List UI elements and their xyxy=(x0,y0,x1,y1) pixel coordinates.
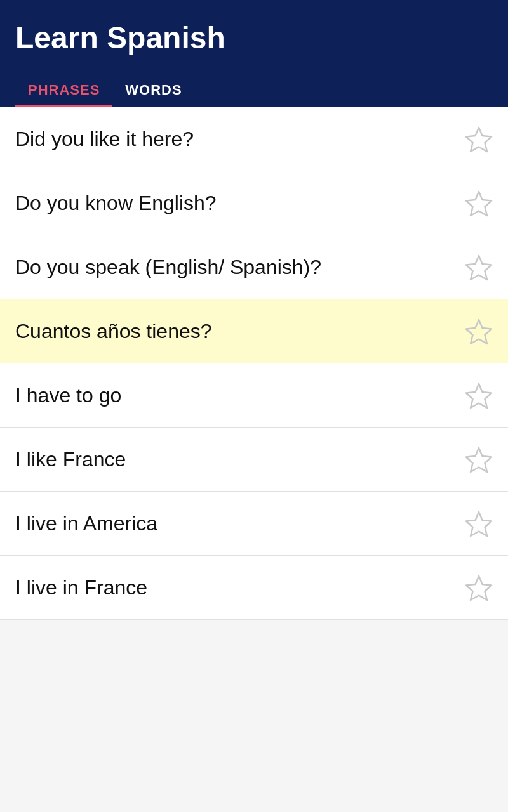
phrase-text: Cuantos años tienes? xyxy=(15,320,212,343)
tab-phrases[interactable]: PHRASES xyxy=(15,73,112,107)
phrase-text: I live in America xyxy=(15,512,157,535)
tab-words[interactable]: WORDS xyxy=(112,73,194,107)
svg-marker-3 xyxy=(466,320,491,344)
phrase-text: Did you like it here? xyxy=(15,128,194,151)
list-item[interactable]: Do you know English? xyxy=(0,171,508,235)
star-icon[interactable] xyxy=(465,125,493,153)
svg-marker-7 xyxy=(466,576,491,600)
list-item[interactable]: I live in America xyxy=(0,492,508,556)
star-icon[interactable] xyxy=(465,253,493,281)
phrase-text: I like France xyxy=(15,448,126,471)
app-title: Learn Spanish xyxy=(15,20,493,55)
phrase-text: Do you know English? xyxy=(15,192,217,215)
list-item[interactable]: I like France xyxy=(0,428,508,492)
list-item[interactable]: Do you speak (English/ Spanish)? xyxy=(0,235,508,299)
star-icon[interactable] xyxy=(465,509,493,537)
svg-marker-1 xyxy=(466,192,491,216)
list-item[interactable]: I have to go xyxy=(0,363,508,428)
list-item[interactable]: Cuantos años tienes? xyxy=(0,299,508,363)
svg-marker-6 xyxy=(466,512,491,536)
phrase-text: Do you speak (English/ Spanish)? xyxy=(15,256,321,279)
star-icon[interactable] xyxy=(465,317,493,345)
list-item[interactable]: Did you like it here? xyxy=(0,107,508,171)
svg-marker-0 xyxy=(466,128,491,152)
star-icon[interactable] xyxy=(465,381,493,409)
phrases-list: Did you like it here? Do you know Englis… xyxy=(0,107,508,620)
tab-bar: PHRASES WORDS xyxy=(15,73,493,107)
svg-marker-5 xyxy=(466,448,491,472)
list-item[interactable]: I live in France xyxy=(0,556,508,620)
star-icon[interactable] xyxy=(465,445,493,473)
phrase-text: I live in France xyxy=(15,576,147,599)
svg-marker-2 xyxy=(466,256,491,280)
app-header: Learn Spanish PHRASES WORDS xyxy=(0,0,508,107)
star-icon[interactable] xyxy=(465,573,493,601)
star-icon[interactable] xyxy=(465,189,493,217)
svg-marker-4 xyxy=(466,384,491,408)
phrase-text: I have to go xyxy=(15,384,121,407)
